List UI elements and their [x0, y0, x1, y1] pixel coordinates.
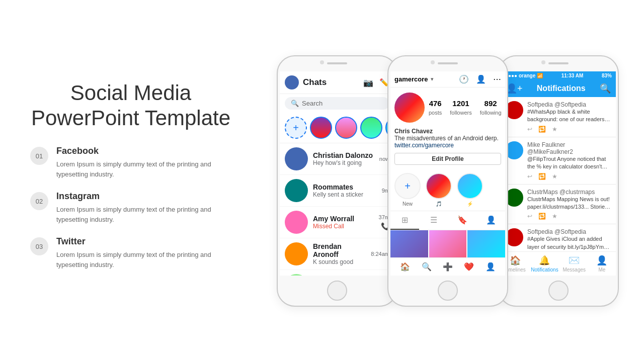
- feature-number-03: 03: [30, 237, 48, 255]
- like-icon[interactable]: ★: [552, 173, 557, 180]
- chat-info-christian: Christian Dalonzo Hey how's it going: [313, 151, 374, 166]
- feature-title-facebook: Facebook: [56, 146, 231, 156]
- messenger-screen: Chats 📷 ✏️ 🔍 Search +: [280, 71, 394, 276]
- insta-header: gamercore ▾ 🕐 👤 ⋯: [390, 71, 505, 87]
- search-bar[interactable]: 🔍 Search: [285, 97, 389, 110]
- home-button-3[interactable]: [548, 281, 569, 301]
- chat-item-1[interactable]: Roommates Kelly sent a sticker 9m: [280, 175, 394, 207]
- story-1: [310, 117, 332, 139]
- twitter-username-3: Softpedia @Softpedia: [527, 228, 612, 235]
- nav-home-icon[interactable]: 🏠: [400, 262, 410, 272]
- add-people-icon[interactable]: 👤: [476, 74, 486, 84]
- like-icon[interactable]: ★: [552, 126, 557, 133]
- chat-item-3[interactable]: Brendan Aronoff K sounds good 8:24am: [280, 238, 394, 270]
- chat-name: Christian Dalonzo: [313, 151, 374, 159]
- search-label: Search: [302, 100, 323, 107]
- tab-grid[interactable]: ⊞: [390, 211, 419, 230]
- twitter-text-1: @FilipTrout Anyone noticed that the % ke…: [527, 155, 612, 171]
- chat-preview: K sounds good: [313, 258, 366, 265]
- camera-icon[interactable]: 📷: [363, 78, 373, 87]
- insta-highlights: + New 🎵 ⚡: [390, 169, 505, 211]
- phones-section: Chats 📷 ✏️ 🔍 Search +: [252, 10, 644, 352]
- chat-header: Chats 📷 ✏️: [280, 71, 394, 94]
- insta-profile-top: 476 posts 1201 followers 892 following: [390, 87, 505, 128]
- like-icon[interactable]: ★: [552, 213, 557, 220]
- twitter-text-3: #Apple Gives iCloud an added layer of se…: [527, 235, 612, 251]
- twitter-notif-2[interactable]: ClustrMaps @clustrmaps ClustrMaps Mappin…: [501, 185, 616, 225]
- reply-icon[interactable]: ↩: [527, 173, 532, 180]
- profile-picture: [394, 93, 425, 123]
- edit-profile-btn[interactable]: Edit Profile: [394, 153, 501, 165]
- chat-preview: Kelly sent a sticker: [313, 191, 377, 198]
- twitter-nav-messages[interactable]: ✉️ Messages: [560, 252, 588, 276]
- nav-add-icon[interactable]: ➕: [443, 262, 453, 272]
- chat-item-0[interactable]: Christian Dalonzo Hey how's it going now: [280, 143, 394, 175]
- highlight-2: ⚡: [457, 173, 483, 207]
- insta-stat-followers: 1201 followers: [450, 99, 471, 117]
- nav-heart-icon[interactable]: ❤️: [464, 262, 474, 272]
- twitter-notif-1[interactable]: Mike Faulkner @MikeFaulkner2 @FilipTrout…: [501, 137, 616, 185]
- retweet-icon[interactable]: 🔁: [538, 213, 546, 220]
- chat-time-3: 8:24am: [371, 251, 389, 257]
- tab-list[interactable]: ☰: [419, 211, 448, 230]
- nav-profile-icon[interactable]: 👤: [486, 262, 496, 272]
- battery-indicator: 83%: [602, 73, 612, 78]
- twitter-actions-0: ↩ 🔁 ★: [527, 126, 612, 133]
- main-container: Social Media PowerPoint Template 01 Face…: [0, 0, 644, 362]
- twitter-nav-notifications[interactable]: 🔔 Notifications: [529, 252, 560, 276]
- insta-stat-posts: 476 posts: [429, 99, 442, 117]
- insta-stat-following: 892 following: [480, 99, 502, 117]
- chat-item-2[interactable]: Amy Worrall Missed Call 37m 📞: [280, 207, 394, 238]
- add-story-btn[interactable]: +: [285, 117, 307, 139]
- insta-tabs: ⊞ ☰ 🔖 👤: [390, 211, 505, 230]
- tab-tagged[interactable]: 👤: [476, 211, 505, 230]
- phone-instagram: gamercore ▾ 🕐 👤 ⋯ 476 posts: [387, 55, 508, 307]
- twitter-bottom-nav: 🏠 Timelines 🔔 Notifications ✉️ Messages …: [501, 251, 616, 276]
- twitter-username-1: Mike Faulkner @MikeFaulkner2: [527, 141, 612, 155]
- timeline-icon: 🏠: [510, 255, 521, 266]
- carrier-signal: ●●●● orange 📶: [505, 73, 543, 78]
- add-highlight-icon[interactable]: +: [394, 173, 421, 199]
- tab-saved[interactable]: 🔖: [448, 211, 476, 230]
- twitter-header: 👤+ Notifications 🔍: [501, 80, 616, 97]
- reply-icon[interactable]: ↩: [527, 126, 532, 133]
- menu-icon[interactable]: ⋯: [493, 74, 501, 84]
- chat-name: Amy Worrall: [313, 215, 374, 223]
- reply-icon[interactable]: ↩: [527, 213, 532, 220]
- feature-instagram: 02 Instagram Lorem Ipsum is simply dummy…: [30, 191, 231, 224]
- story-row: +: [280, 113, 394, 143]
- twitter-search-icon[interactable]: 🔍: [600, 83, 611, 94]
- twitter-title: Notifications: [528, 84, 595, 93]
- me-icon: 👤: [596, 255, 607, 266]
- story-3: [360, 117, 382, 139]
- message-icon: ✉️: [569, 255, 580, 266]
- chat-avatar-amy: [285, 211, 308, 234]
- chat-item-4[interactable]: Surf Crew See you there! Mon 😀: [280, 270, 394, 276]
- chat-info-amy: Amy Worrall Missed Call: [313, 215, 374, 230]
- highlight-1: 🎵: [426, 173, 452, 207]
- twitter-notif-0[interactable]: Softpedia @Softpedia #WhatsApp black & w…: [501, 97, 616, 137]
- add-contact-icon[interactable]: 👤+: [506, 83, 523, 94]
- retweet-icon[interactable]: 🔁: [538, 126, 546, 133]
- bell-icon: 🔔: [539, 255, 550, 266]
- feature-desc-facebook: Lorem Ipsum is simply dummy text of the …: [56, 159, 231, 179]
- left-section: Social Media PowerPoint Template 01 Face…: [0, 70, 252, 292]
- home-button-2[interactable]: [438, 281, 458, 301]
- twitter-nav-me[interactable]: 👤 Me: [588, 252, 616, 276]
- feature-content-twitter: Twitter Lorem Ipsum is simply dummy text…: [56, 236, 231, 269]
- status-time: 11:33 AM: [561, 73, 584, 78]
- feature-facebook: 01 Facebook Lorem Ipsum is simply dummy …: [30, 146, 231, 179]
- history-icon[interactable]: 🕐: [459, 74, 469, 84]
- chat-avatar-roommates: [285, 179, 308, 202]
- feature-number-02: 02: [30, 192, 48, 210]
- highlight-new: + New: [394, 173, 421, 207]
- phone-messenger: Chats 📷 ✏️ 🔍 Search +: [277, 55, 397, 307]
- home-button-1[interactable]: [327, 281, 347, 301]
- feature-twitter: 03 Twitter Lorem Ipsum is simply dummy t…: [30, 236, 231, 269]
- search-icon: 🔍: [291, 100, 299, 107]
- insta-nav: 🏠 🔍 ➕ ❤️ 👤: [390, 257, 505, 276]
- nav-search-icon[interactable]: 🔍: [422, 262, 432, 272]
- twitter-content-0: Softpedia @Softpedia #WhatsApp black & w…: [527, 101, 612, 133]
- twitter-screen: ●●●● orange 📶 11:33 AM 83% 👤+ Notificati…: [501, 71, 616, 276]
- retweet-icon[interactable]: 🔁: [538, 173, 546, 180]
